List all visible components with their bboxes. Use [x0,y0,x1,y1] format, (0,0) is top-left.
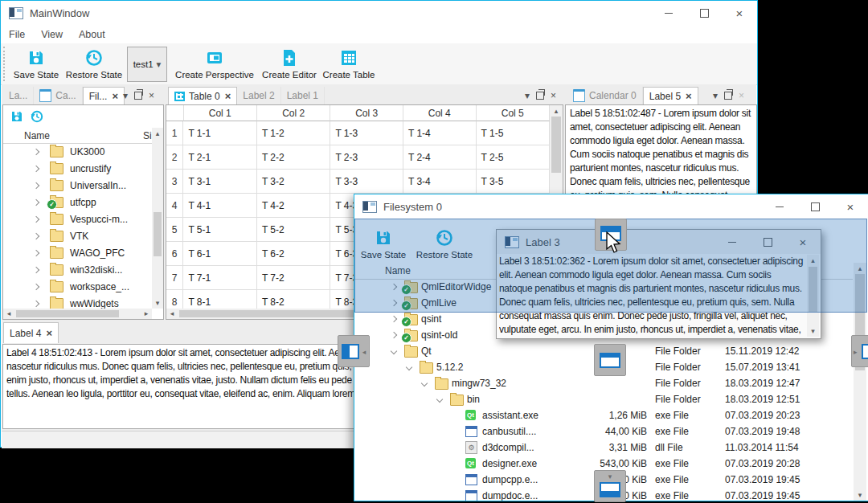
main-titlebar[interactable]: MainWindow × [1,1,757,25]
menu-about[interactable]: About [71,29,113,40]
menu-file[interactable]: File [1,29,33,40]
column-header-4[interactable]: Col 4 [403,105,477,121]
expand-icon[interactable] [33,283,39,289]
close-button[interactable]: × [722,1,757,25]
column-header-5[interactable]: Col 5 [477,105,550,121]
tree-item-VTK[interactable]: VTK [3,227,152,244]
tree-item-win32diski[interactable]: win32diski... [3,261,152,278]
tab-close-icon[interactable]: × [112,90,118,102]
fs-item-d3dcompil[interactable]: ⚙d3dcompil...3,31 MiBdll File11.03.2014 … [354,440,852,456]
left-tab-fil[interactable]: Fil...× [83,87,125,104]
close-panel-icon[interactable]: × [551,90,556,101]
tab-menu-icon[interactable]: ▾ [525,90,530,101]
center-tab-label1[interactable]: Label 1 [281,87,325,104]
table-cell[interactable]: T 3-3 [330,170,403,194]
float-icon[interactable] [724,92,732,100]
expand-icon[interactable] [33,165,39,171]
table-cell[interactable]: T 7-1 [183,266,256,290]
float-icon[interactable] [134,92,142,100]
tree-item-UniversalIn[interactable]: UniversalIn... [3,177,152,194]
table-cell[interactable]: T 1-1 [183,121,256,145]
row-header[interactable]: 5 [166,218,183,242]
scroll-down-icon[interactable]: ▾ [152,298,163,308]
restore-state-button[interactable]: Restore State [65,45,123,82]
filesystem-titlebar[interactable]: Filesystem 0 × [354,194,868,219]
fs-item-mingw7332[interactable]: mingw73_32File Folder18.03.2019 12:47 [354,375,852,391]
tree-item-WAGOPFC[interactable]: WAGO_PFC [3,244,152,261]
scroll-up-icon[interactable]: ▴ [550,106,563,116]
expand-icon[interactable] [33,266,39,272]
tab-close-icon[interactable]: × [225,90,231,102]
close-panel-icon[interactable]: × [149,90,154,101]
table-cell[interactable]: T 2-4 [403,145,477,170]
create-perspective-button[interactable]: Create Perspective [171,45,258,82]
float-icon[interactable] [536,92,544,100]
toolbar-handle[interactable] [3,47,5,81]
column-header-2[interactable]: Col 2 [257,105,330,121]
expand-icon[interactable] [436,396,443,403]
expand-icon[interactable] [391,316,397,322]
tree-item-wwWidgets[interactable]: wwWidgets [3,295,152,309]
table-cell[interactable]: T 7-2 [257,266,330,290]
scroll-down-icon[interactable]: ▾ [807,326,819,336]
tree-item-uncrustify[interactable]: uncrustify [3,160,152,177]
table-cell[interactable]: T 1-3 [330,121,403,145]
table-cell[interactable]: T 1-5 [477,121,550,145]
table-cell[interactable]: T 2-1 [183,145,256,170]
table-cell[interactable]: T 5-2 [257,218,330,242]
table-cell[interactable]: T 8-1 [183,290,256,309]
expand-icon[interactable] [33,198,39,205]
tab-menu-icon[interactable]: ▾ [713,90,718,101]
tab-menu-icon[interactable]: ▾ [123,90,128,101]
maximize-button[interactable] [686,1,722,25]
table-cell[interactable]: T 4-1 [183,194,256,218]
tree-item-UK3000[interactable]: UK3000 [3,143,152,160]
expand-icon[interactable] [33,148,39,154]
table-cell[interactable]: T 3-1 [183,170,256,194]
dock-indicator-left[interactable]: ◂ [338,335,370,367]
expand-icon[interactable] [421,380,428,386]
tree-header-name[interactable]: Name [24,130,50,141]
tree-item-utfcpp[interactable]: ✓utfcpp [3,194,152,211]
tree-item-Vespuccim[interactable]: Vespucci-m... [3,211,152,227]
scroll-left-icon[interactable]: ◂ [5,309,13,319]
center-tab-table0[interactable]: Table 0× [168,87,237,104]
left-tree-hscrollbar[interactable]: ◂ ▸ [3,309,152,319]
scroll-down-icon[interactable]: ▾ [854,490,866,500]
right-tab-calendar0[interactable]: Calendar 0 [567,87,643,104]
menu-view[interactable]: View [33,29,71,40]
fs-item-bin[interactable]: binFile Folder18.03.2019 12:51 [354,391,852,407]
bottom-tab-label4[interactable]: Label 4× [3,322,59,343]
tab-close-icon[interactable]: × [46,327,52,339]
maximize-button[interactable] [797,194,833,219]
table-cell[interactable]: T 6-1 [183,242,256,266]
table-cell[interactable]: T 1-4 [403,121,477,145]
minimize-button[interactable] [651,1,686,25]
table-cell[interactable]: T 2-3 [330,145,403,170]
tab-close-icon[interactable]: × [686,90,692,102]
table-cell[interactable]: T 5-1 [183,218,256,242]
save-state-button[interactable]: Save State [10,45,62,82]
row-header[interactable]: 3 [166,170,183,194]
expand-icon[interactable] [33,232,39,239]
column-header-1[interactable]: Col 1 [184,105,257,121]
row-header[interactable]: 8 [166,290,183,309]
expand-icon[interactable] [391,332,397,338]
scroll-up-icon[interactable]: ▴ [152,129,163,138]
row-header[interactable]: 1 [166,121,183,145]
fs-save-icon-small[interactable] [10,109,24,126]
dock-indicator-bottom[interactable]: ▾ [594,470,626,502]
row-header[interactable]: 2 [166,145,183,170]
table-cell[interactable]: T 8-2 [257,290,330,309]
table-cell[interactable]: T 3-5 [477,170,550,194]
row-header[interactable]: 7 [166,266,183,290]
close-button[interactable]: × [833,194,868,219]
table-cell[interactable]: T 2-5 [477,145,550,170]
expand-icon[interactable] [33,215,39,222]
table-cell[interactable]: T 3-4 [403,170,477,194]
tree-item-workspace[interactable]: workspace_... [3,278,152,295]
left-tree-vscrollbar[interactable]: ▴ ▾ [152,128,163,309]
expand-icon[interactable] [406,364,412,370]
minimize-button[interactable] [762,194,797,219]
right-tab-label5[interactable]: Label 5× [643,87,698,104]
